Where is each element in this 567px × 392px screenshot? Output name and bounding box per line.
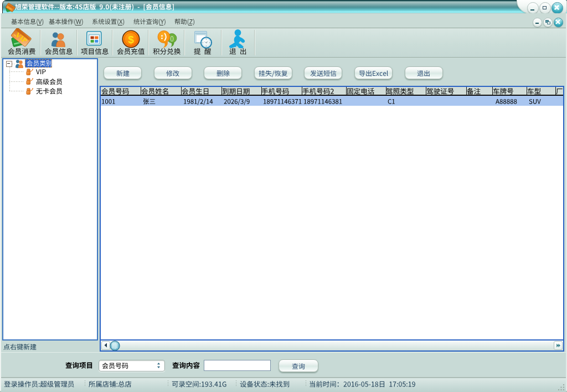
svg-text:(): () — [170, 35, 174, 42]
svg-text:$: $ — [128, 34, 134, 45]
